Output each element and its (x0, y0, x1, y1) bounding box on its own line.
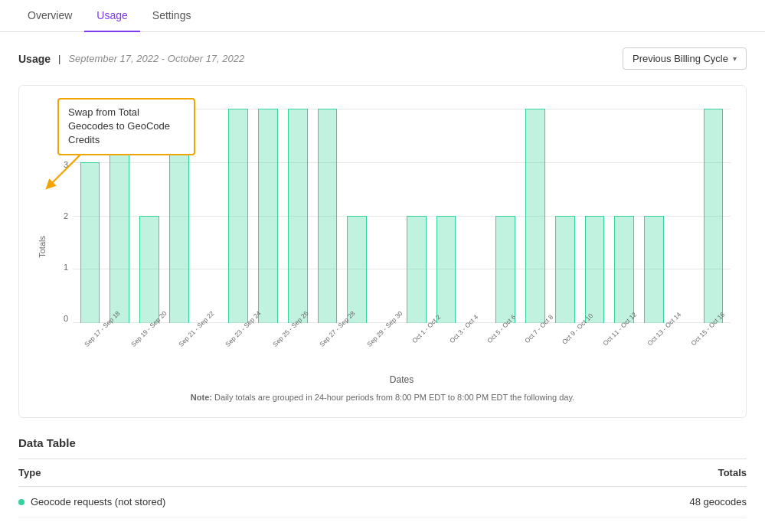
x-axis: Sep 17 - Sep 18Sep 19 - Sep 20Sep 21 - S… (73, 323, 731, 373)
bar[interactable] (347, 216, 367, 323)
bar-group[interactable] (402, 109, 430, 323)
chevron-down-icon: ▾ (733, 54, 737, 63)
data-table-title: Data Table (18, 436, 747, 449)
chart-section: Swap from Total Geocodes to GeoCode Cred… (18, 85, 747, 418)
table-row: Geocode requests (not stored)48 geocodes (18, 487, 747, 517)
bar-group[interactable] (283, 109, 312, 323)
bar[interactable] (258, 109, 278, 323)
usage-title-row: Usage | September 17, 2022 - October 17,… (18, 53, 244, 65)
bar[interactable] (495, 216, 515, 323)
x-label-container: Oct 15 - Oct 16 (683, 323, 727, 334)
y-label: 1 (64, 263, 68, 272)
chart-note: Note: Daily totals are grouped in 24-hou… (34, 393, 731, 402)
x-label-container: Oct 7 - Oct 8 (517, 323, 554, 334)
bar[interactable] (80, 162, 100, 323)
bar-group[interactable] (432, 109, 460, 323)
col-totals-header: Totals (718, 467, 747, 478)
billing-cycle-button[interactable]: Previous Billing Cycle ▾ (623, 47, 747, 70)
bar[interactable] (614, 216, 634, 323)
usage-date-range: September 17, 2022 - October 17, 2022 (68, 53, 244, 64)
bar[interactable] (704, 109, 724, 323)
bar-group[interactable] (313, 109, 342, 323)
bar-group[interactable] (195, 109, 223, 323)
data-table-body: Geocode requests (not stored)48 geocodes (18, 487, 747, 517)
x-label-container: Oct 9 - Oct 10 (554, 323, 595, 334)
type-label: Geocode requests (not stored) (31, 496, 165, 508)
bar[interactable] (555, 216, 575, 323)
bar-group[interactable] (373, 109, 401, 323)
x-label-container: Oct 11 - Oct 12 (595, 323, 639, 334)
type-cell: Geocode requests (not stored) (18, 496, 165, 508)
type-dot (18, 499, 25, 505)
bar[interactable] (407, 216, 427, 323)
top-navigation: Overview Usage Settings (0, 0, 765, 32)
y-axis-title-container: Totals (34, 109, 50, 385)
note-prefix: Note: (191, 393, 212, 402)
bar[interactable] (228, 109, 248, 323)
x-label-container: Sep 29 - Sep 30 (358, 323, 405, 334)
tooltip-box: Swap from Total Geocodes to GeoCode Cred… (57, 98, 195, 155)
bar-group[interactable] (492, 109, 520, 323)
x-label-container: Sep 21 - Sep 22 (170, 323, 217, 334)
main-content: Usage | September 17, 2022 - October 17,… (0, 32, 765, 532)
usage-header: Usage | September 17, 2022 - October 17,… (18, 47, 747, 70)
x-label-container: Sep 17 - Sep 18 (76, 323, 123, 334)
x-label-container: Sep 19 - Sep 20 (123, 323, 169, 334)
data-table-section: Data Table Type Totals Geocode requests … (18, 436, 747, 517)
col-type-header: Type (18, 467, 41, 478)
bar-group[interactable] (462, 109, 490, 323)
bar[interactable] (139, 216, 159, 323)
data-table: Type Totals Geocode requests (not stored… (18, 459, 747, 517)
bar[interactable] (318, 109, 338, 323)
separator: | (58, 53, 60, 64)
bar-group[interactable] (521, 109, 549, 323)
bar-group[interactable] (699, 109, 727, 323)
note-text: Daily totals are grouped in 24-hour peri… (214, 393, 574, 402)
tab-usage[interactable]: Usage (84, 0, 139, 32)
x-label-container: Oct 5 - Oct 6 (480, 323, 518, 334)
bar-group[interactable] (224, 109, 253, 323)
bar[interactable] (644, 216, 664, 323)
x-label-container: Oct 13 - Oct 14 (639, 323, 684, 334)
bar-group[interactable] (254, 109, 283, 323)
totals-cell: 48 geocodes (690, 496, 747, 508)
y-label: 2 (64, 211, 68, 220)
x-axis-title: Dates (73, 374, 731, 385)
x-label-container: Sep 27 - Sep 28 (311, 323, 358, 334)
y-axis-title: Totals (38, 236, 47, 258)
bar[interactable] (288, 109, 308, 323)
tab-overview[interactable]: Overview (15, 0, 84, 32)
x-label-container: Sep 23 - Sep 24 (217, 323, 263, 334)
x-label-container: Oct 3 - Oct 4 (443, 323, 480, 334)
bar-group[interactable] (669, 109, 698, 323)
x-label-container: Oct 1 - Oct 2 (405, 323, 443, 334)
bar[interactable] (436, 216, 456, 323)
tooltip-text: Swap from Total Geocodes to GeoCode Cred… (68, 106, 170, 145)
bar-group[interactable] (580, 109, 609, 323)
y-label: 3 (64, 160, 68, 169)
usage-label: Usage (18, 53, 51, 65)
bar[interactable] (585, 216, 605, 323)
bar[interactable] (525, 109, 545, 323)
bar-group[interactable] (343, 109, 371, 323)
bar-group[interactable] (640, 109, 669, 323)
x-label-container: Sep 25 - Sep 26 (264, 323, 311, 334)
billing-cycle-label: Previous Billing Cycle (633, 53, 728, 64)
bar-group[interactable] (610, 109, 639, 323)
tab-settings[interactable]: Settings (140, 0, 204, 32)
bar-group[interactable] (551, 109, 579, 323)
data-table-header: Type Totals (18, 459, 747, 487)
y-label: 0 (64, 314, 68, 323)
